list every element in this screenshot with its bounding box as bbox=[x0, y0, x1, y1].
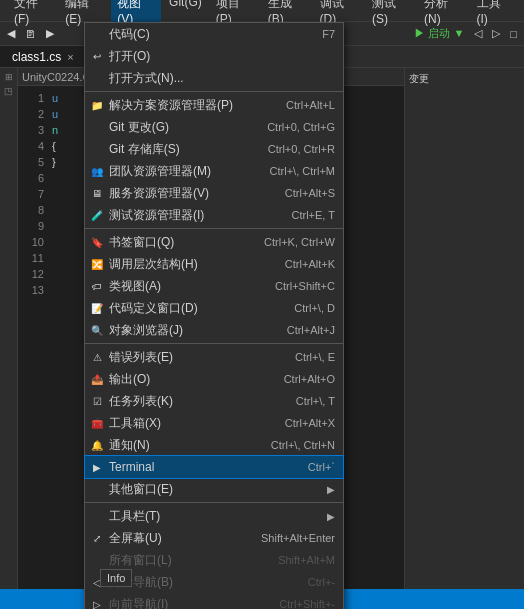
task-icon: ☑ bbox=[89, 396, 105, 407]
divider-4 bbox=[85, 502, 343, 503]
info-badge: Info bbox=[100, 569, 132, 587]
toolbox-icon: 🧰 bbox=[89, 418, 105, 429]
menu-notifications[interactable]: 🔔 通知(N) Ctrl+\, Ctrl+N bbox=[85, 434, 343, 456]
menu-other-windows[interactable]: 其他窗口(E) ▶ bbox=[85, 478, 343, 500]
menu-task-list[interactable]: ☑ 任务列表(K) Ctrl+\, T bbox=[85, 390, 343, 412]
menu-open-with[interactable]: 打开方式(N)... bbox=[85, 67, 343, 89]
menu-class-view[interactable]: 🏷 类视图(A) Ctrl+Shift+C bbox=[85, 275, 343, 297]
fullscreen-icon: ⤢ bbox=[89, 533, 105, 544]
dropdown-overlay: 代码(C) F7 ↩ 打开(O) 打开方式(N)... 📁 解决方案资源管理器(… bbox=[0, 0, 524, 609]
menu-code-def[interactable]: 📝 代码定义窗口(D) Ctrl+\, D bbox=[85, 297, 343, 319]
menu-bookmark[interactable]: 🔖 书签窗口(Q) Ctrl+K, Ctrl+W bbox=[85, 231, 343, 253]
menu-nav-fwd[interactable]: ▷ 向前导航(I) Ctrl+Shift+- bbox=[85, 593, 343, 609]
menu-toolbar[interactable]: 工具栏(T) ▶ bbox=[85, 505, 343, 527]
menu-toolbox[interactable]: 🧰 工具箱(X) Ctrl+Alt+X bbox=[85, 412, 343, 434]
class-view-icon: 🏷 bbox=[89, 281, 105, 292]
menu-all-windows[interactable]: 所有窗口(L) Shift+Alt+M bbox=[85, 549, 343, 571]
notification-icon: 🔔 bbox=[89, 440, 105, 451]
menu-git-changes[interactable]: Git 更改(G) Ctrl+0, Ctrl+G bbox=[85, 116, 343, 138]
error-icon: ⚠ bbox=[89, 352, 105, 363]
divider-2 bbox=[85, 228, 343, 229]
bookmark-icon: 🔖 bbox=[89, 237, 105, 248]
nav-fwd-icon: ▷ bbox=[89, 599, 105, 610]
server-icon: 🖥 bbox=[89, 188, 105, 199]
menu-test-explorer[interactable]: 🧪 测试资源管理器(I) Ctrl+E, T bbox=[85, 204, 343, 226]
divider-3 bbox=[85, 343, 343, 344]
output-icon: 📤 bbox=[89, 374, 105, 385]
terminal-icon: ▶ bbox=[89, 462, 105, 473]
code-def-icon: 📝 bbox=[89, 303, 105, 314]
divider-1 bbox=[85, 91, 343, 92]
solution-icon: 📁 bbox=[89, 100, 105, 111]
menu-server-explorer[interactable]: 🖥 服务资源管理器(V) Ctrl+Alt+S bbox=[85, 182, 343, 204]
menu-solution-explorer[interactable]: 📁 解决方案资源管理器(P) Ctrl+Alt+L bbox=[85, 94, 343, 116]
menu-error-list[interactable]: ⚠ 错误列表(E) Ctrl+\, E bbox=[85, 346, 343, 368]
view-dropdown-menu: 代码(C) F7 ↩ 打开(O) 打开方式(N)... 📁 解决方案资源管理器(… bbox=[84, 22, 344, 609]
menu-terminal[interactable]: ▶ Terminal Ctrl+` bbox=[85, 456, 343, 478]
team-icon: 👥 bbox=[89, 166, 105, 177]
menu-open[interactable]: ↩ 打开(O) bbox=[85, 45, 343, 67]
menu-code[interactable]: 代码(C) F7 bbox=[85, 23, 343, 45]
open-icon: ↩ bbox=[89, 51, 105, 62]
info-label: Info bbox=[107, 572, 125, 584]
hierarchy-icon: 🔀 bbox=[89, 259, 105, 270]
menu-git-repo[interactable]: Git 存储库(S) Ctrl+0, Ctrl+R bbox=[85, 138, 343, 160]
test-icon: 🧪 bbox=[89, 210, 105, 221]
object-browser-icon: 🔍 bbox=[89, 325, 105, 336]
menu-team-explorer[interactable]: 👥 团队资源管理器(M) Ctrl+\, Ctrl+M bbox=[85, 160, 343, 182]
menu-fullscreen[interactable]: ⤢ 全屏幕(U) Shift+Alt+Enter bbox=[85, 527, 343, 549]
menu-object-browser[interactable]: 🔍 对象浏览器(J) Ctrl+Alt+J bbox=[85, 319, 343, 341]
menu-output[interactable]: 📤 输出(O) Ctrl+Alt+O bbox=[85, 368, 343, 390]
menu-call-hierarchy[interactable]: 🔀 调用层次结构(H) Ctrl+Alt+K bbox=[85, 253, 343, 275]
